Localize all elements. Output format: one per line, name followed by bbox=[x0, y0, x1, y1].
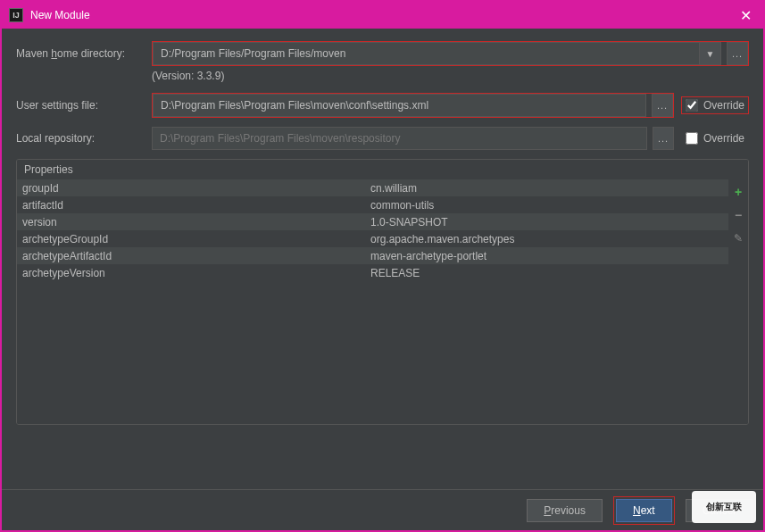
user-settings-override-checkbox[interactable] bbox=[686, 99, 698, 112]
user-settings-input[interactable] bbox=[153, 94, 646, 117]
previous-button[interactable]: Previous bbox=[527, 499, 603, 522]
maven-home-browse-button[interactable]: ... bbox=[727, 42, 748, 65]
table-row[interactable]: archetypeArtifactIdmaven-archetype-portl… bbox=[17, 247, 728, 264]
remove-icon[interactable]: − bbox=[731, 208, 745, 222]
table-row[interactable]: groupIdcn.william bbox=[17, 179, 728, 196]
watermark-logo: 创新互联 bbox=[692, 491, 756, 523]
user-settings-row: User settings file: ... Override bbox=[16, 93, 749, 118]
local-repo-override-checkbox[interactable] bbox=[686, 132, 698, 145]
edit-icon[interactable]: ✎ bbox=[731, 231, 745, 245]
local-repo-row: Local repository: ... Override bbox=[16, 127, 749, 150]
close-icon[interactable]: ✕ bbox=[735, 4, 756, 26]
add-icon[interactable]: + bbox=[731, 185, 745, 199]
version-note: (Version: 3.3.9) bbox=[16, 70, 749, 82]
table-empty-area bbox=[17, 281, 728, 424]
content-area: Maven home directory: ▼ ... (Version: 3.… bbox=[2, 29, 763, 432]
next-button[interactable]: Next bbox=[616, 499, 672, 522]
new-module-dialog: IJ New Module ✕ Maven home directory: ▼ … bbox=[0, 0, 765, 532]
table-row[interactable]: version1.0-SNAPSHOT bbox=[17, 213, 728, 230]
chevron-down-icon[interactable]: ▼ bbox=[699, 43, 720, 64]
maven-home-input[interactable] bbox=[154, 43, 699, 64]
table-row[interactable]: artifactIdcommon-utils bbox=[17, 196, 728, 213]
user-settings-override[interactable]: Override bbox=[681, 96, 749, 114]
override-label: Override bbox=[703, 99, 744, 112]
dialog-footer: Previous Next Cancel bbox=[2, 489, 763, 530]
properties-header: Properties bbox=[17, 160, 748, 179]
table-row[interactable]: archetypeVersionRELEASE bbox=[17, 264, 728, 281]
titlebar: IJ New Module ✕ bbox=[2, 2, 763, 29]
maven-home-label: Maven home directory: bbox=[16, 47, 145, 60]
maven-home-row: Maven home directory: ▼ ... bbox=[16, 41, 749, 66]
window-title: New Module bbox=[30, 9, 735, 21]
override-label: Override bbox=[703, 132, 744, 145]
user-settings-label: User settings file: bbox=[16, 99, 145, 112]
table-row[interactable]: archetypeGroupIdorg.apache.maven.archety… bbox=[17, 230, 728, 247]
local-repo-label: Local repository: bbox=[16, 132, 145, 145]
user-settings-browse-button[interactable]: ... bbox=[652, 94, 673, 117]
local-repo-browse-button[interactable]: ... bbox=[653, 127, 674, 150]
app-icon: IJ bbox=[9, 8, 23, 22]
properties-table[interactable]: groupIdcn.william artifactIdcommon-utils… bbox=[17, 179, 728, 424]
properties-toolbar: + − ✎ bbox=[728, 179, 748, 424]
maven-home-combo[interactable]: ▼ bbox=[153, 42, 721, 65]
local-repo-override[interactable]: Override bbox=[681, 129, 749, 147]
local-repo-input bbox=[152, 127, 647, 150]
properties-panel: Properties groupIdcn.william artifactIdc… bbox=[16, 159, 749, 425]
